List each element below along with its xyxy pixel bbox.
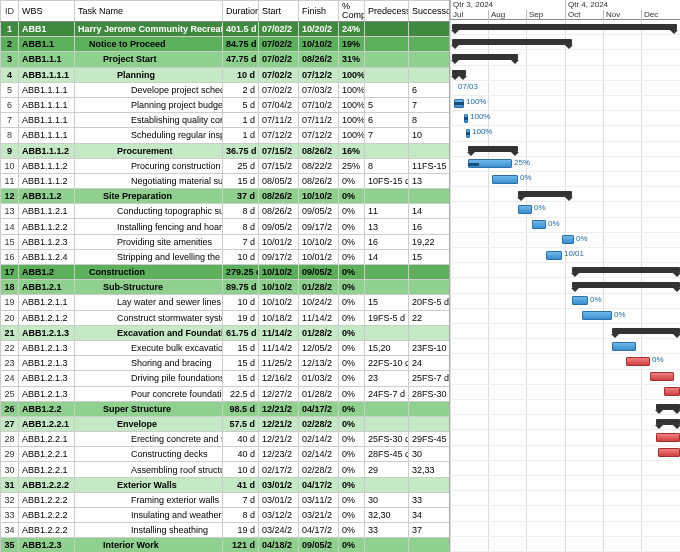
cell[interactable]: 10/24/2 [299, 295, 339, 310]
cell[interactable]: 84.75 d [223, 37, 259, 52]
cell[interactable]: 08/05/2 [259, 173, 299, 188]
cell[interactable]: 03/24/2 [259, 523, 299, 538]
cell[interactable]: 15,20 [365, 340, 409, 355]
cell[interactable]: Execute bulk excavation [75, 340, 223, 355]
cell[interactable]: Framing exterior walls [75, 492, 223, 507]
cell[interactable]: 10/10/2 [259, 265, 299, 280]
cell[interactable]: 100% [339, 82, 365, 97]
cell[interactable]: 04/17/2 [299, 523, 339, 538]
cell[interactable]: 5 d [223, 97, 259, 112]
cell[interactable]: 07/02/2 [259, 52, 299, 67]
cell[interactable]: 15 d [223, 173, 259, 188]
gantt-bar[interactable] [650, 372, 674, 381]
cell[interactable]: Interior Work [75, 538, 223, 552]
cell[interactable]: 0% [339, 295, 365, 310]
cell[interactable]: 13 [409, 173, 451, 188]
gantt-bar[interactable] [612, 328, 680, 334]
cell[interactable]: 0% [339, 538, 365, 552]
cell[interactable] [409, 401, 451, 416]
cell[interactable]: 0% [339, 356, 365, 371]
cell[interactable]: 22FS-10 d [365, 356, 409, 371]
table-row[interactable]: 21ABB1.2.1.3Excavation and Foundation61.… [1, 325, 451, 340]
cell[interactable]: 28FS-45 d [365, 447, 409, 462]
cell[interactable]: 13 [1, 204, 19, 219]
cell[interactable]: ABB1.2.2.1 [19, 432, 75, 447]
table-row[interactable]: 15ABB1.1.2.3Providing site amenities7 d1… [1, 234, 451, 249]
cell[interactable]: 09/05/2 [299, 204, 339, 219]
cell[interactable]: ABB1.2.2.1 [19, 416, 75, 431]
cell[interactable]: 6 [1, 97, 19, 112]
gantt-bar[interactable] [452, 39, 572, 45]
cell[interactable]: Procurement [75, 143, 223, 158]
cell[interactable]: 10 [1, 158, 19, 173]
cell[interactable]: Establishing quality control p [75, 113, 223, 128]
cell[interactable]: ABB1.1.1.2 [19, 158, 75, 173]
cell[interactable]: 25% [339, 158, 365, 173]
cell[interactable]: ABB1.2.2.2 [19, 523, 75, 538]
cell[interactable]: 2 d [223, 82, 259, 97]
table-row[interactable]: 6ABB1.1.1.1Planning project budgets.5 d0… [1, 97, 451, 112]
cell[interactable]: ABB1.2.2 [19, 401, 75, 416]
cell[interactable]: Constructing decks [75, 447, 223, 462]
cell[interactable]: Harry Jerome Community Recreation [75, 22, 223, 37]
table-row[interactable]: 4ABB1.1.1.1Planning10 d07/02/207/12/2100… [1, 67, 451, 82]
cell[interactable]: 61.75 d [223, 325, 259, 340]
cell[interactable]: ABB1.2.1.3 [19, 356, 75, 371]
cell[interactable]: 0% [339, 249, 365, 264]
cell[interactable] [365, 189, 409, 204]
cell[interactable]: 37 [409, 523, 451, 538]
cell[interactable]: ABB1.1 [19, 37, 75, 52]
cell[interactable]: 7 [365, 128, 409, 143]
cell[interactable]: 33 [365, 523, 409, 538]
cell[interactable] [365, 325, 409, 340]
cell[interactable]: 18 [1, 280, 19, 295]
cell[interactable]: 02/14/2 [299, 432, 339, 447]
cell[interactable]: 33 [409, 492, 451, 507]
cell[interactable]: ABB1.1.2 [19, 189, 75, 204]
gantt-bar[interactable] [656, 419, 680, 425]
cell[interactable]: Planning project budgets. [75, 97, 223, 112]
table-row[interactable]: 1ABB1Harry Jerome Community Recreation40… [1, 22, 451, 37]
cell[interactable]: 04/18/2 [259, 538, 299, 552]
cell[interactable]: 24 [409, 356, 451, 371]
cell[interactable]: 10/10/2 [299, 189, 339, 204]
cell[interactable]: 0% [339, 508, 365, 523]
cell[interactable] [365, 82, 409, 97]
cell[interactable] [409, 416, 451, 431]
cell[interactable]: 14 [365, 249, 409, 264]
cell[interactable]: 35 [1, 538, 19, 552]
cell[interactable]: 07/04/2 [259, 97, 299, 112]
cell[interactable]: 13 [365, 219, 409, 234]
cell[interactable]: 07/03/2 [299, 82, 339, 97]
cell[interactable]: 0% [339, 371, 365, 386]
cell[interactable]: 30 [409, 447, 451, 462]
cell[interactable]: ABB1.1.1.1 [19, 128, 75, 143]
cell[interactable]: 12/13/2 [299, 356, 339, 371]
cell[interactable]: Insulating and weatherproofing exteriors [75, 508, 223, 523]
cell[interactable]: 24% [339, 22, 365, 37]
cell[interactable]: 0% [339, 447, 365, 462]
cell[interactable]: 12 [1, 189, 19, 204]
cell[interactable]: 1 d [223, 113, 259, 128]
cell[interactable]: 08/22/2 [299, 158, 339, 173]
cell[interactable]: 0% [339, 265, 365, 280]
cell[interactable]: 5 [1, 82, 19, 97]
cell[interactable]: 100% [339, 128, 365, 143]
table-row[interactable]: 34ABB1.2.2.2Installing sheathing19 d03/2… [1, 523, 451, 538]
cell[interactable]: 11/14/2 [259, 325, 299, 340]
col-pct-complete[interactable]: % Complete [339, 1, 365, 22]
cell[interactable]: ABB1.2.1.3 [19, 386, 75, 401]
cell[interactable]: ABB1 [19, 22, 75, 37]
cell[interactable] [409, 143, 451, 158]
cell[interactable]: 8 [409, 113, 451, 128]
cell[interactable]: 3 [1, 52, 19, 67]
cell[interactable]: ABB1.1.1.1 [19, 82, 75, 97]
cell[interactable]: 12/21/2 [259, 432, 299, 447]
cell[interactable]: 15 [365, 295, 409, 310]
cell[interactable]: ABB1.2.1.1 [19, 295, 75, 310]
cell[interactable]: 5 [365, 97, 409, 112]
cell[interactable]: 07/02/2 [259, 22, 299, 37]
cell[interactable]: 19 d [223, 523, 259, 538]
cell[interactable]: Conducting topographic surve [75, 204, 223, 219]
cell[interactable]: 0% [339, 340, 365, 355]
